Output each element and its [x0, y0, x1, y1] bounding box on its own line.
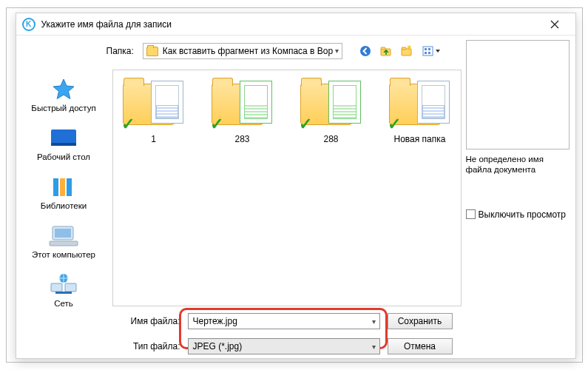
- svg-rect-18: [51, 283, 62, 292]
- folder-name: Новая папка: [394, 134, 446, 144]
- svg-rect-5: [423, 47, 433, 56]
- close-icon: [550, 20, 559, 29]
- svg-rect-9: [428, 52, 430, 54]
- chevron-down-icon: ▾: [335, 47, 339, 55]
- bottom-controls: Имя файла: Чертеж.jpg ▾ Сохранить Тип фа…: [112, 306, 466, 358]
- check-icon: ✓: [210, 115, 223, 134]
- check-icon: ✓: [299, 115, 312, 134]
- svg-rect-17: [50, 241, 78, 246]
- folder-item[interactable]: ✓ Новая папка: [385, 79, 455, 144]
- libraries-icon: [50, 176, 77, 198]
- title-bar: K Укажите имя файла для записи: [16, 13, 575, 36]
- outer-frame: K Укажите имя файла для записи Папка: Ка…: [6, 7, 583, 363]
- svg-rect-12: [53, 178, 58, 196]
- svg-rect-7: [428, 48, 430, 50]
- svg-rect-13: [60, 178, 65, 196]
- svg-point-0: [360, 46, 371, 56]
- chevron-down-icon: ▾: [372, 317, 376, 326]
- svg-rect-19: [65, 283, 76, 292]
- quick-access-icon: [51, 78, 76, 101]
- preview-message: Не определено имя файла документа: [466, 154, 570, 175]
- chevron-down-icon: ▾: [372, 343, 376, 351]
- svg-rect-16: [55, 229, 71, 238]
- close-button[interactable]: [538, 15, 571, 34]
- svg-rect-21: [55, 292, 72, 294]
- place-libraries[interactable]: Библиотеки: [23, 172, 104, 213]
- file-list[interactable]: ✓ 1 ✓ 283 ✓ 288: [112, 70, 462, 306]
- folder-icon: [146, 47, 158, 56]
- filetype-select[interactable]: JPEG (*.jpg) ▾: [188, 338, 380, 354]
- place-desktop[interactable]: Рабочий стол: [23, 123, 104, 164]
- desktop-icon: [50, 127, 78, 149]
- preview-panel: Не определено имя файла документа Выключ…: [466, 36, 577, 358]
- folder-item[interactable]: ✓ 283: [208, 79, 277, 144]
- place-label: Рабочий стол: [37, 152, 90, 161]
- svg-rect-6: [425, 48, 427, 50]
- svg-rect-14: [67, 178, 72, 196]
- disable-preview-checkbox[interactable]: [466, 209, 476, 219]
- folder-thumbnail: ✓: [210, 79, 275, 132]
- folder-thumbnail: ✓: [121, 79, 186, 132]
- folder-name: 288: [323, 134, 338, 144]
- cancel-button[interactable]: Отмена: [388, 338, 453, 354]
- filetype-label: Тип файла:: [117, 341, 180, 352]
- filename-value: Чертеж.jpg: [193, 316, 237, 326]
- folder-name: 283: [234, 134, 249, 144]
- save-button[interactable]: Сохранить: [388, 313, 453, 329]
- folder-value: Как вставить фрагмент из Компаса в Вор: [163, 46, 333, 56]
- folder-label: Папка:: [107, 46, 134, 56]
- folder-item[interactable]: ✓ 1: [119, 79, 189, 144]
- svg-rect-8: [425, 52, 427, 54]
- svg-rect-11: [51, 143, 76, 146]
- views-icon: [422, 45, 442, 57]
- new-folder-button[interactable]: [399, 43, 415, 59]
- views-button[interactable]: [419, 43, 445, 59]
- place-label: Быстрый доступ: [31, 104, 95, 112]
- app-icon: K: [22, 18, 36, 31]
- places-bar: Быстрый доступ Рабочий стол Библиотеки Э…: [16, 67, 112, 358]
- filetype-value: JPEG (*.jpg): [193, 341, 243, 352]
- place-network[interactable]: Сеть: [23, 269, 104, 311]
- back-icon: [359, 45, 371, 57]
- folder-select[interactable]: Как вставить фрагмент из Компаса в Вор ▾: [143, 43, 342, 59]
- network-icon: [49, 273, 78, 297]
- disable-preview-label: Выключить просмотр: [479, 209, 566, 220]
- check-icon: ✓: [121, 115, 135, 134]
- svg-rect-2: [381, 47, 385, 50]
- up-icon: [380, 45, 392, 57]
- nav-back-button[interactable]: [357, 43, 374, 59]
- place-label: Библиотеки: [41, 201, 87, 210]
- preview-box: [466, 40, 570, 149]
- location-row: Папка: Как вставить фрагмент из Компаса …: [16, 36, 466, 67]
- new-folder-icon: [401, 45, 413, 57]
- svg-rect-4: [402, 47, 406, 50]
- nav-up-button[interactable]: [378, 43, 394, 59]
- place-label: Сеть: [54, 299, 73, 308]
- filename-input[interactable]: Чертеж.jpg ▾: [188, 313, 380, 329]
- place-quick-access[interactable]: Быстрый доступ: [23, 74, 104, 115]
- computer-icon: [48, 224, 79, 248]
- folder-thumbnail: ✓: [388, 79, 453, 132]
- place-computer[interactable]: Этот компьютер: [23, 221, 104, 262]
- folder-name: 1: [151, 134, 156, 144]
- dialog-title: Укажите имя файла для записи: [41, 19, 538, 30]
- folder-thumbnail: ✓: [299, 79, 364, 132]
- place-label: Этот компьютер: [32, 250, 95, 259]
- save-dialog: K Укажите имя файла для записи Папка: Ка…: [16, 13, 576, 359]
- disable-preview-row[interactable]: Выключить просмотр: [466, 209, 570, 220]
- check-icon: ✓: [388, 115, 401, 134]
- filename-label: Имя файла:: [117, 316, 180, 326]
- folder-item[interactable]: ✓ 288: [297, 79, 366, 144]
